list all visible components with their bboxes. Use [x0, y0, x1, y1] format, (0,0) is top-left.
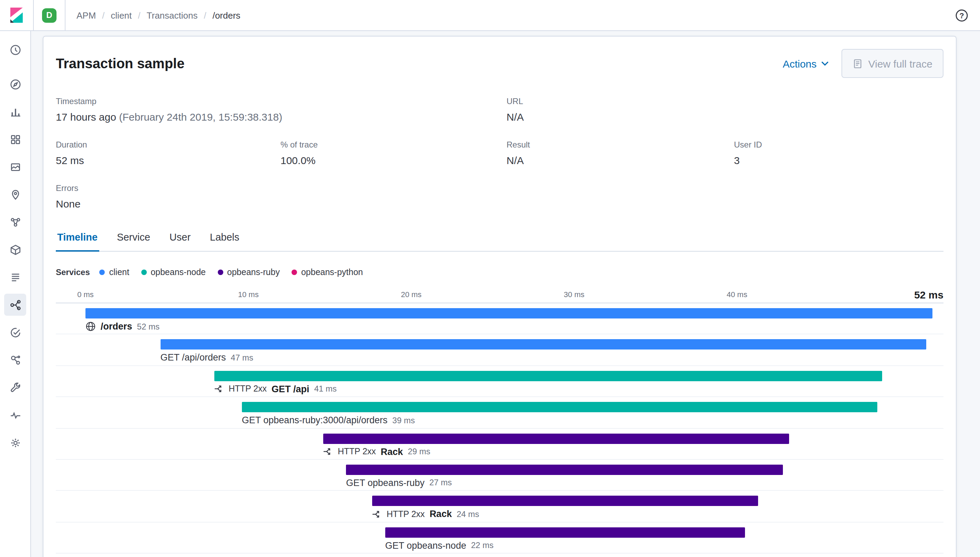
- legend-dot: [99, 270, 105, 275]
- tab-timeline[interactable]: Timeline: [56, 226, 99, 252]
- breadcrumb-separator: /: [138, 10, 140, 20]
- breadcrumb-separator: /: [102, 10, 104, 20]
- discover-icon: [9, 78, 21, 90]
- tab-labels[interactable]: Labels: [208, 226, 241, 251]
- sidebar-item-apm[interactable]: [4, 294, 26, 316]
- legend-item-opbeans-node: opbeans-node: [141, 267, 206, 277]
- sidebar-item-recently-viewed[interactable]: [4, 39, 26, 61]
- sidebar-item-management[interactable]: [4, 432, 26, 454]
- help-icon: ?: [955, 9, 968, 22]
- branch-icon: [323, 447, 333, 456]
- metadata-errors: Errors None: [56, 183, 81, 211]
- transaction-metadata: Timestamp 17 hours ago (February 24th 20…: [56, 96, 943, 211]
- branch-icon: [214, 384, 224, 394]
- sidebar-item-dashboard[interactable]: [4, 128, 26, 150]
- wrench-icon: [9, 381, 21, 393]
- sidebar-item-monitoring[interactable]: [4, 404, 26, 426]
- breadcrumb-orders: /orders: [213, 10, 241, 20]
- span-bar[interactable]: [372, 496, 758, 507]
- sidebar-item-visualize[interactable]: [4, 101, 26, 123]
- tab-user[interactable]: User: [168, 226, 192, 251]
- span-bar[interactable]: [85, 308, 933, 319]
- branch-icon: [372, 510, 382, 519]
- graph-icon: [9, 354, 21, 366]
- services-legend: Services client opbeans-node opbeans-rub…: [56, 267, 943, 278]
- sidebar-item-uptime[interactable]: [4, 321, 26, 343]
- metadata-user-id: User ID 3: [734, 139, 762, 168]
- waterfall-row[interactable]: /orders 52 ms: [56, 303, 943, 335]
- kibana-logo[interactable]: [0, 0, 33, 30]
- globe-icon: [85, 321, 96, 332]
- top-navigation-bar: D APM / client / Transactions / /orders …: [0, 0, 980, 31]
- metadata-result: Result N/A: [507, 139, 734, 168]
- sidebar-item-infrastructure[interactable]: [4, 238, 26, 261]
- kibana-apm-app: D APM / client / Transactions / /orders …: [0, 0, 980, 557]
- machine-learning-icon: [9, 216, 21, 228]
- space-selector[interactable]: D: [33, 0, 65, 30]
- chevron-down-icon: [821, 61, 829, 66]
- view-full-trace-button[interactable]: View full trace: [842, 49, 943, 78]
- time-axis: 0 ms 10 ms 20 ms 30 ms 40 ms 52 ms: [56, 282, 943, 303]
- legend-item-opbeans-ruby: opbeans-ruby: [218, 267, 280, 277]
- app-sidebar: [0, 30, 31, 557]
- waterfall-row[interactable]: HTTP 2xx GET /api 41 ms: [56, 366, 943, 397]
- waterfall-row[interactable]: GET /api/orders 47 ms: [56, 335, 943, 366]
- axis-tick: 40 ms: [727, 290, 748, 298]
- svg-text:?: ?: [959, 11, 964, 20]
- space-avatar[interactable]: D: [42, 8, 57, 23]
- axis-total-duration: 52 ms: [914, 289, 943, 301]
- infrastructure-icon: [9, 244, 21, 256]
- legend-dot: [218, 270, 223, 275]
- sidebar-item-logs[interactable]: [4, 266, 26, 288]
- axis-tick: 10 ms: [238, 290, 259, 298]
- waterfall-row[interactable]: HTTP 2xx Rack 29 ms: [56, 428, 943, 460]
- legend-item-client: client: [99, 267, 129, 277]
- metadata-url: URL N/A: [507, 96, 524, 124]
- breadcrumb: APM / client / Transactions / /orders: [76, 10, 241, 20]
- canvas-icon: [9, 161, 21, 173]
- bar-chart-icon: [9, 106, 21, 117]
- span-bar[interactable]: [242, 402, 877, 412]
- detail-tabs: Timeline Service User Labels: [56, 226, 943, 252]
- waterfall-row[interactable]: GET opbeans-ruby 27 ms: [56, 460, 943, 491]
- sidebar-item-dev-tools[interactable]: [4, 376, 26, 399]
- sidebar-item-canvas[interactable]: [4, 156, 26, 178]
- map-pin-icon: [9, 189, 21, 200]
- span-bar[interactable]: [160, 339, 926, 350]
- sidebar-item-machine-learning[interactable]: [4, 211, 26, 233]
- span-bar[interactable]: [323, 433, 789, 444]
- metadata-pct-of-trace: % of trace 100.0%: [281, 139, 507, 168]
- kibana-logo-icon: [9, 8, 24, 23]
- page-title: Transaction sample: [56, 54, 185, 73]
- actions-dropdown[interactable]: Actions: [783, 57, 829, 69]
- breadcrumb-client[interactable]: client: [111, 10, 132, 20]
- sidebar-item-graph[interactable]: [4, 349, 26, 371]
- gear-icon: [9, 437, 21, 448]
- tab-service[interactable]: Service: [115, 226, 152, 251]
- view-full-trace-label: View full trace: [868, 57, 933, 69]
- waterfall-row[interactable]: GET opbeans-node 22 ms: [56, 522, 943, 554]
- metadata-timestamp: Timestamp 17 hours ago (February 24th 20…: [56, 96, 507, 124]
- main-content: Transaction sample Actions View full tra…: [30, 30, 980, 557]
- sidebar-item-maps[interactable]: [4, 183, 26, 205]
- sidebar-item-discover[interactable]: [4, 73, 26, 95]
- legend-item-opbeans-python: opbeans-python: [291, 267, 363, 277]
- breadcrumb-transactions[interactable]: Transactions: [147, 10, 198, 20]
- waterfall-row[interactable]: HTTP 2xx GET /api 21 ms: [56, 554, 943, 557]
- axis-tick: 0 ms: [77, 290, 94, 298]
- span-bar[interactable]: [214, 371, 882, 381]
- apm-icon: [9, 299, 21, 311]
- pulse-icon: [9, 409, 21, 421]
- span-bar[interactable]: [346, 465, 783, 475]
- breadcrumb-separator: /: [204, 10, 206, 20]
- waterfall-row[interactable]: HTTP 2xx Rack 24 ms: [56, 491, 943, 523]
- clock-icon: [9, 44, 21, 55]
- waterfall-timeline: 0 ms 10 ms 20 ms 30 ms 40 ms 52 ms /orde…: [56, 282, 943, 557]
- dashboard-icon: [9, 134, 21, 145]
- help-menu-button[interactable]: ?: [953, 7, 970, 23]
- transaction-sample-panel: Transaction sample Actions View full tra…: [43, 36, 957, 557]
- uptime-icon: [9, 326, 21, 338]
- waterfall-row[interactable]: GET opbeans-ruby:3000/api/orders 39 ms: [56, 397, 943, 428]
- breadcrumb-apm[interactable]: APM: [76, 10, 96, 20]
- span-bar[interactable]: [385, 527, 745, 537]
